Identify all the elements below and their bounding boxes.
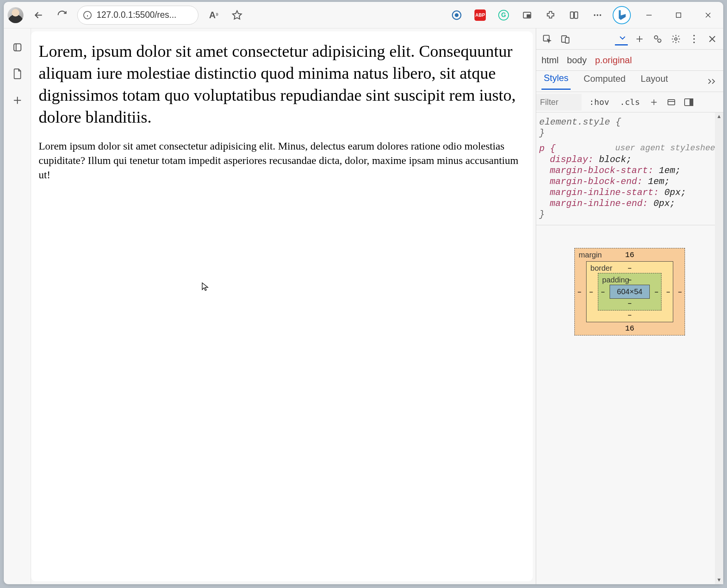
devtools-breadcrumb[interactable]: html body p.original xyxy=(536,50,723,71)
svg-rect-39 xyxy=(690,99,693,106)
mouse-cursor-icon xyxy=(201,282,210,291)
url-text[interactable]: 127.0.0.1:5500/res... xyxy=(97,10,193,20)
kebab-menu-icon[interactable] xyxy=(688,33,700,45)
page-content[interactable]: Lorem, ipsum dolor sit amet consectetur … xyxy=(31,31,533,581)
browser-window: 127.0.0.1:5500/res... A⁾⁾ ABP G xyxy=(4,2,723,584)
abp-extension-icon[interactable]: ABP xyxy=(472,7,488,23)
grammarly-icon[interactable]: G xyxy=(495,7,512,23)
border-label: border xyxy=(590,264,612,273)
enter-pip-icon[interactable] xyxy=(519,7,535,23)
bing-chat-icon[interactable] xyxy=(613,6,631,24)
svg-point-12 xyxy=(599,14,601,16)
styles-filter-bar: :hov .cls xyxy=(536,92,723,112)
profile-avatar[interactable] xyxy=(8,7,23,23)
svg-point-29 xyxy=(693,35,695,36)
new-tab-icon[interactable] xyxy=(10,93,25,108)
new-rule-icon[interactable] xyxy=(647,96,660,109)
svg-point-31 xyxy=(693,42,695,43)
computed-toggle-icon[interactable] xyxy=(665,96,678,109)
favorite-button[interactable] xyxy=(229,7,245,23)
css-selector[interactable]: p { xyxy=(539,143,555,154)
border-bottom-val: – xyxy=(627,311,632,320)
sidebar-toggle-icon[interactable] xyxy=(682,96,695,109)
paragraph-large: Lorem, ipsum dolor sit amet consectetur … xyxy=(39,41,525,128)
inspect-icon[interactable] xyxy=(541,33,554,45)
svg-point-30 xyxy=(693,38,695,40)
current-tab-icon[interactable] xyxy=(10,66,25,81)
tab-computed[interactable]: Computed xyxy=(581,73,628,89)
issues-icon[interactable] xyxy=(651,33,664,45)
hov-toggle[interactable]: :hov xyxy=(586,95,612,109)
padding-top-val: – xyxy=(627,276,632,284)
read-aloud-button[interactable]: A⁾⁾ xyxy=(205,7,222,23)
svg-point-5 xyxy=(455,14,458,17)
padding-left-val: – xyxy=(601,287,605,296)
margin-label: margin xyxy=(579,251,602,259)
svg-rect-8 xyxy=(570,12,574,18)
tracking-icon[interactable] xyxy=(448,7,465,23)
settings-icon[interactable] xyxy=(669,33,682,45)
svg-rect-7 xyxy=(527,14,530,17)
tab-styles[interactable]: Styles xyxy=(541,73,571,90)
filter-input[interactable] xyxy=(536,94,582,111)
extensions-icon[interactable] xyxy=(542,7,559,23)
tab-layout[interactable]: Layout xyxy=(638,73,670,89)
breadcrumb-html[interactable]: html xyxy=(541,55,559,66)
breadcrumb-body[interactable]: body xyxy=(567,55,587,66)
svg-rect-36 xyxy=(668,100,675,105)
svg-point-11 xyxy=(597,14,598,16)
vertical-tab-bar xyxy=(4,28,31,584)
device-toggle-icon[interactable] xyxy=(559,33,572,45)
scroll-down-icon[interactable]: ▼ xyxy=(715,576,723,584)
more-menu-icon[interactable] xyxy=(589,7,606,23)
svg-rect-14 xyxy=(676,13,681,17)
element-style-close: } xyxy=(539,128,720,138)
css-origin: user agent stylesheet xyxy=(615,143,720,154)
close-devtools-icon[interactable] xyxy=(706,33,719,45)
css-declaration[interactable]: display: block; xyxy=(539,154,720,165)
css-rule-close: } xyxy=(539,209,720,220)
svg-rect-23 xyxy=(565,37,569,43)
margin-right-val: – xyxy=(678,287,682,296)
more-subtabs-icon[interactable] xyxy=(705,75,718,88)
refresh-button[interactable] xyxy=(54,7,70,23)
maximize-button[interactable] xyxy=(667,6,690,25)
padding-label: padding xyxy=(602,276,629,284)
border-top-val: – xyxy=(627,264,632,273)
element-style-open[interactable]: element.style { xyxy=(539,117,720,127)
border-right-val: – xyxy=(666,287,671,296)
back-button[interactable] xyxy=(30,7,47,23)
svg-point-28 xyxy=(675,37,677,40)
svg-marker-3 xyxy=(232,11,241,19)
address-bar[interactable]: 127.0.0.1:5500/res... xyxy=(77,6,198,25)
paragraph-small: Lorem ipsum dolor sit amet consectetur a… xyxy=(39,139,525,182)
box-model[interactable]: margin 16 16 – – border – – – – paddin xyxy=(536,225,723,358)
css-declaration[interactable]: margin-block-end: 1em; xyxy=(539,176,720,187)
margin-top-val: 16 xyxy=(625,251,634,259)
svg-point-10 xyxy=(594,14,595,16)
cls-toggle[interactable]: .cls xyxy=(617,95,643,109)
css-declaration[interactable]: margin-inline-end: 0px; xyxy=(539,198,720,209)
styles-pane[interactable]: element.style { } p { user agent stylesh… xyxy=(536,112,723,225)
minimize-button[interactable] xyxy=(638,6,660,25)
split-screen-icon[interactable] xyxy=(566,7,582,23)
margin-bottom-val: 16 xyxy=(625,324,634,333)
devtools-panel: html body p.original Styles Computed Lay… xyxy=(536,28,723,584)
scroll-up-icon[interactable]: ▲ xyxy=(715,112,723,121)
css-declaration[interactable]: margin-inline-start: 0px; xyxy=(539,187,720,198)
new-style-icon[interactable] xyxy=(633,33,646,45)
browser-toolbar: 127.0.0.1:5500/res... A⁾⁾ ABP G xyxy=(4,2,723,28)
devtools-scrollbar[interactable]: ▲ ▼ xyxy=(715,112,723,584)
site-info-icon[interactable] xyxy=(83,11,92,20)
css-declaration[interactable]: margin-block-start: 1em; xyxy=(539,165,720,176)
border-left-val: – xyxy=(589,287,593,296)
close-button[interactable] xyxy=(697,6,719,25)
tab-actions-icon[interactable] xyxy=(10,40,25,55)
margin-left-val: – xyxy=(577,287,582,296)
more-tabs-icon[interactable] xyxy=(615,33,628,45)
content-size: 604×54 xyxy=(610,285,649,299)
padding-right-val: – xyxy=(654,287,659,296)
breadcrumb-selected[interactable]: p.original xyxy=(595,55,632,66)
padding-bottom-val: – xyxy=(627,299,632,308)
devtools-subtabs: Styles Computed Layout xyxy=(536,71,723,92)
